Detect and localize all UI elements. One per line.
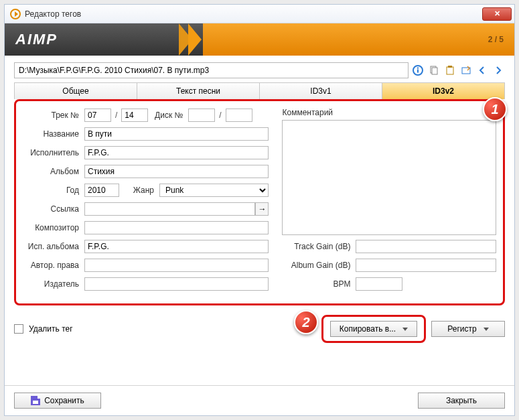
- label-artist: Исполнитель: [23, 148, 84, 157]
- publisher-input[interactable]: [84, 277, 269, 291]
- label-genre: Жанр: [119, 186, 159, 195]
- label-album-gain: Album Gain (dB): [282, 261, 356, 270]
- label-track-no: Трек №: [23, 111, 84, 120]
- copy-to-button[interactable]: Копировать в...: [330, 321, 417, 337]
- svg-rect-5: [447, 67, 453, 74]
- copyright-input[interactable]: [84, 259, 269, 272]
- save-button[interactable]: Сохранить: [14, 393, 101, 409]
- annotation-badge-1: 1: [483, 97, 507, 121]
- svg-rect-1: [417, 70, 419, 73]
- label-url: Ссылка: [23, 204, 84, 214]
- label-composer: Композитор: [23, 223, 84, 232]
- app-icon: [10, 9, 21, 19]
- track-total-input[interactable]: [121, 109, 148, 122]
- label-album-artist: Исп. альбома: [23, 242, 84, 251]
- titlebar: Редактор тегов ✕: [5, 5, 514, 23]
- year-input[interactable]: [84, 184, 119, 197]
- app-logo: AIMP: [15, 31, 58, 48]
- file-path-input[interactable]: [14, 62, 409, 78]
- url-go-button[interactable]: →: [255, 202, 269, 216]
- save-icon: [31, 396, 40, 405]
- close-window-button[interactable]: ✕: [482, 7, 512, 21]
- track-gain-input[interactable]: [356, 240, 496, 253]
- copy-icon[interactable]: [427, 64, 441, 77]
- close-button[interactable]: Закрыть: [418, 393, 505, 409]
- album-input[interactable]: [84, 165, 269, 178]
- tab-lyrics[interactable]: Текст песни: [137, 83, 260, 99]
- label-album: Альбом: [23, 167, 84, 176]
- tab-label: ID3v2: [433, 86, 454, 96]
- label-copyright: Автор. права: [23, 261, 84, 270]
- disc-number-input[interactable]: [188, 109, 215, 122]
- button-label: Сохранить: [44, 396, 84, 405]
- delete-tag-checkbox[interactable]: [14, 324, 23, 334]
- slash-separator: /: [215, 111, 225, 120]
- disc-total-input[interactable]: [226, 109, 252, 122]
- album-gain-input[interactable]: [356, 259, 496, 272]
- album-artist-input[interactable]: [84, 240, 269, 253]
- next-file-button[interactable]: [492, 64, 505, 77]
- info-icon[interactable]: [411, 64, 425, 77]
- slash-separator: /: [111, 111, 121, 120]
- tab-id3v2[interactable]: ID3v2: [382, 83, 504, 99]
- header-band: AIMP 2 / 5: [5, 23, 514, 56]
- label-publisher: Издатель: [23, 279, 84, 289]
- label-disc-no: Диск №: [148, 111, 188, 120]
- svg-rect-2: [417, 68, 419, 69]
- tab-label: ID3v1: [310, 86, 331, 96]
- tab-label: Общее: [62, 86, 88, 96]
- paste-icon[interactable]: [443, 64, 457, 77]
- svg-rect-6: [448, 66, 452, 68]
- tab-label: Текст песни: [176, 86, 220, 96]
- button-label: Закрыть: [446, 396, 477, 405]
- prev-file-button[interactable]: [475, 64, 489, 77]
- label-year: Год: [23, 186, 84, 195]
- label-delete-tag: Удалить тег: [29, 324, 73, 334]
- label-comment: Комментарий: [282, 108, 496, 117]
- annotation-badge-2: 2: [294, 310, 318, 334]
- window-title: Редактор тегов: [25, 9, 81, 19]
- composer-input[interactable]: [84, 221, 269, 234]
- button-label: Регистр: [447, 324, 476, 334]
- copy-button-highlight: 2 Копировать в...: [321, 315, 426, 343]
- label-title: Название: [23, 129, 84, 139]
- track-number-input[interactable]: [84, 109, 111, 122]
- svg-rect-4: [432, 68, 437, 74]
- url-input[interactable]: [84, 202, 255, 216]
- artist-input[interactable]: [84, 146, 269, 159]
- label-track-gain: Track Gain (dB): [282, 242, 356, 251]
- bpm-input[interactable]: [356, 277, 402, 291]
- tab-general[interactable]: Общее: [15, 83, 137, 99]
- comment-textarea[interactable]: [282, 120, 496, 235]
- tab-id3v1[interactable]: ID3v1: [260, 83, 382, 99]
- tag-form-panel: 1 Трек № / Диск № / Название: [14, 99, 505, 305]
- track-counter: 2 / 5: [488, 35, 504, 44]
- genre-select[interactable]: Punk: [159, 184, 269, 197]
- chevron-decoration: [179, 23, 198, 56]
- tab-bar: Общее Текст песни ID3v1 ID3v2: [14, 82, 505, 99]
- label-bpm: BPM: [282, 279, 356, 289]
- title-input[interactable]: [84, 127, 269, 141]
- revert-icon[interactable]: [459, 64, 473, 77]
- button-label: Копировать в...: [340, 324, 396, 334]
- case-button[interactable]: Регистр: [431, 321, 505, 337]
